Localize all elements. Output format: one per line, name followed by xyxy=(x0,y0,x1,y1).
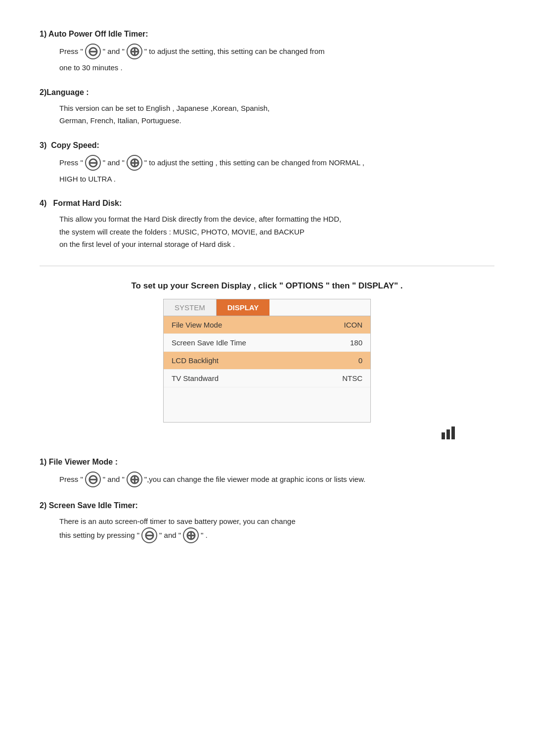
continuation-1: one to 30 minutes . xyxy=(40,61,494,74)
press-row-auto-power: Press " " and " " to adjust the setting,… xyxy=(40,44,494,59)
format-line-3: on the first level of your internal stor… xyxy=(40,238,494,251)
display-empty-space xyxy=(164,387,370,422)
display-row-screen-save: Screen Save Idle Time 180 xyxy=(164,334,370,352)
press-label-fv: Press " xyxy=(59,472,83,487)
and-label-3: " and " xyxy=(103,155,125,170)
format-line-2: the system will create the folders : MUS… xyxy=(40,226,494,238)
continuation-3: HIGH to ULTRA . xyxy=(40,173,494,186)
press-row-file-viewer: Press " " and " ",you can change the fil… xyxy=(40,472,494,487)
display-row-tv: TV Standward NTSC xyxy=(164,370,370,387)
post-label-fv: ",you can change the file viewer mode at… xyxy=(144,472,365,487)
section-title-format-hdd: 4) Format Hard Disk: xyxy=(40,199,494,208)
and-label-ss: " and " xyxy=(159,528,181,543)
section-title-file-viewer: 1) File Viewer Mode : xyxy=(40,458,494,467)
format-line-1: This allow you format the Hard Disk dire… xyxy=(40,213,494,226)
section-title-language: 2)Language : xyxy=(40,88,494,97)
display-tabs: SYSTEM DISPLAY xyxy=(164,299,370,316)
minus-icon-ss xyxy=(141,527,157,543)
display-header: To set up your Screen Display , click " … xyxy=(40,281,494,291)
section-copy-speed: 3) Copy Speed: Press " " and " " to adju… xyxy=(40,141,494,186)
bar-3 xyxy=(451,426,455,439)
section-file-viewer: 1) File Viewer Mode : Press " " and " ",… xyxy=(40,458,494,487)
display-row-lcd: LCD Backlight 0 xyxy=(164,352,370,370)
plus-icon-ss xyxy=(183,527,199,543)
screen-save-line-1: There is an auto screen-off timer to sav… xyxy=(40,515,494,528)
press-label-ss: this setting by pressing " xyxy=(59,528,139,543)
minus-icon-fv xyxy=(85,472,101,487)
section-auto-power: 1) Auto Power Off Idle Timer: Press " " … xyxy=(40,30,494,74)
plus-icon-3 xyxy=(127,155,142,171)
post-label-3: " to adjust the setting , this setting c… xyxy=(144,155,364,170)
language-line-1: This version can be set to English , Jap… xyxy=(40,102,494,115)
section-language: 2)Language : This version can be set to … xyxy=(40,88,494,127)
bar-2 xyxy=(446,429,450,439)
display-row-file-view: File View Mode ICON xyxy=(164,316,370,334)
and-label-1: " and " xyxy=(103,44,125,59)
minus-icon-3 xyxy=(85,155,101,171)
tab-display[interactable]: DISPLAY xyxy=(217,299,270,316)
section-title-auto-power: 1) Auto Power Off Idle Timer: xyxy=(40,30,494,39)
section-title-screen-save: 2) Screen Save Idle Timer: xyxy=(40,501,494,510)
bar-icon xyxy=(442,425,455,439)
press-label-3: Press " xyxy=(59,155,83,170)
plus-icon-1 xyxy=(127,44,142,59)
post-label-ss: " . xyxy=(201,528,208,543)
display-section: To set up your Screen Display , click " … xyxy=(40,281,494,443)
press-row-copy-speed: Press " " and " " to adjust the setting … xyxy=(40,155,494,171)
press-row-screen-save: this setting by pressing " " and " " . xyxy=(40,527,494,543)
section-screen-save: 2) Screen Save Idle Timer: There is an a… xyxy=(40,501,494,544)
tab-system[interactable]: SYSTEM xyxy=(164,299,217,316)
divider-1 xyxy=(40,266,494,266)
and-label-fv: " and " xyxy=(103,472,125,487)
remote-bar-icon xyxy=(40,425,455,443)
post-label-1: " to adjust the setting, this setting ca… xyxy=(144,44,325,59)
press-label-1: Press " xyxy=(59,44,83,59)
section-format-hdd: 4) Format Hard Disk: This allow you form… xyxy=(40,199,494,251)
plus-icon-fv xyxy=(127,472,142,487)
bar-1 xyxy=(442,432,445,439)
language-line-2: German, French, Italian, Portuguese. xyxy=(40,114,494,127)
minus-icon-1 xyxy=(85,44,101,59)
section-title-copy-speed: 3) Copy Speed: xyxy=(40,141,494,150)
display-ui-container: SYSTEM DISPLAY File View Mode ICON Scree… xyxy=(163,299,371,423)
